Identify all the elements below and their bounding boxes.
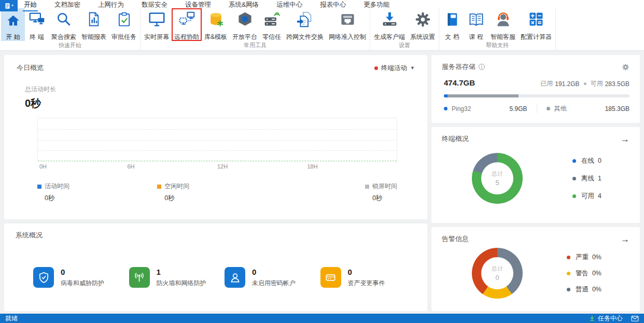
x-tick: 12H	[217, 163, 228, 170]
calculator-icon	[528, 10, 544, 29]
legend-value: 0%	[592, 254, 601, 261]
legend-value: 0秒	[164, 194, 277, 203]
storage-item-其他: 其他185.3GB	[537, 104, 630, 113]
dot-icon	[572, 159, 576, 163]
ribbon-item-home[interactable]: 开 始	[1, 8, 25, 41]
settings-icon	[415, 10, 431, 29]
menu-tab-系统&网络[interactable]: 系统&网络	[228, 0, 260, 10]
panel-title: 告警信息	[442, 234, 469, 244]
ribbon-item-remote[interactable]: 远程协助	[172, 8, 202, 41]
legend-label: 警告	[576, 269, 589, 278]
menu-tab-开始[interactable]: 开始	[23, 0, 38, 11]
legend-swatch-icon	[37, 185, 41, 189]
stat-label: 资产变更事件	[348, 279, 385, 288]
menu-tab-上网行为[interactable]: 上网行为	[97, 0, 125, 10]
info-icon[interactable]: i	[479, 64, 485, 70]
ribbon-item-label: 开放平台	[232, 33, 257, 40]
x-tick: 0H	[39, 163, 47, 170]
task-center-label: 任务中心	[598, 314, 623, 323]
ribbon-item-label: 远程协助	[174, 33, 199, 40]
donut-center-label: 总计	[492, 265, 503, 273]
ribbon-item-library[interactable]: 库&模板	[202, 8, 230, 41]
ribbon-item-doc[interactable]: 文 档	[440, 8, 464, 41]
task-center-button[interactable]: 任务中心	[589, 314, 623, 323]
chart-legend: 活动时间0秒空闲时间0秒锁屏时间0秒	[37, 182, 397, 203]
ribbon-item-label: 库&模板	[204, 33, 227, 40]
ribbon-item-label: 系统设置	[410, 33, 435, 40]
metric-value: 0秒	[25, 96, 415, 110]
legend-label: 在线	[581, 157, 594, 165]
panel-alerts: 告警信息 → 总计 0 严重0%警告0%普通0%	[431, 227, 640, 311]
message-envelope-icon[interactable]	[631, 316, 639, 321]
app-menu-button[interactable]: ▾	[0, 0, 18, 11]
status-ready: 就绪	[5, 314, 18, 323]
alerts-donut-chart: 总计 0	[472, 248, 523, 299]
ribbon-group-label: 帮助支持	[439, 41, 555, 50]
ribbon-item-zerotrust[interactable]: 零信任	[260, 8, 284, 41]
ribbon-item-course[interactable]: 课 程	[464, 8, 488, 41]
ribbon-item-search[interactable]: 聚合搜索	[49, 8, 79, 41]
ribbon-item-nac[interactable]: 网络准入控制	[326, 8, 369, 41]
chevron-down-icon: ▼	[410, 65, 415, 71]
menu-tab-报表中心[interactable]: 报表中心	[319, 0, 347, 10]
gear-icon[interactable]	[622, 63, 629, 71]
x-tick: 18H	[307, 163, 318, 170]
dot-icon	[567, 272, 570, 275]
app-logo-icon	[4, 3, 11, 9]
alerts-legend: 严重0%警告0%普通0%	[567, 253, 601, 294]
ribbon-item-platform[interactable]: 开放平台	[230, 8, 260, 41]
menu-tab-运维中心[interactable]: 运维中心	[275, 0, 303, 10]
terminal-icon	[29, 10, 46, 29]
service-icon	[495, 10, 511, 29]
donut-center-value: 5	[495, 179, 499, 187]
legend-item-活动时间: 活动时间0秒	[37, 182, 157, 203]
dot-icon	[567, 256, 570, 259]
ribbon-item-calculator[interactable]: 配置计算器	[518, 8, 554, 41]
status-bar: 就绪 任务中心	[0, 314, 644, 323]
ribbon-item-label: 智能客服	[491, 33, 515, 40]
ribbon-item-settings[interactable]: 系统设置	[408, 8, 438, 41]
stat-value: 1	[157, 268, 206, 276]
ribbon-item-label: 网络准入控制	[329, 33, 366, 40]
ribbon-item-terminal[interactable]: 终 端	[25, 8, 49, 41]
ribbon-item-approval[interactable]: 审批任务	[109, 8, 139, 41]
x-tick: 6H	[128, 163, 135, 170]
arrow-right-icon[interactable]: →	[621, 235, 629, 244]
platform-icon	[237, 10, 253, 29]
exchange-icon	[297, 10, 314, 29]
ribbon-item-label: 实时屏幕	[144, 33, 169, 40]
dot-icon	[572, 194, 576, 198]
arrow-right-icon[interactable]: →	[621, 135, 629, 144]
menu-tab-文档加密[interactable]: 文档加密	[53, 0, 81, 10]
donut-center-label: 总计	[492, 170, 503, 178]
dot-icon	[572, 177, 576, 180]
legend-label: 普通	[576, 285, 589, 294]
library-icon	[208, 10, 224, 29]
dot-icon	[444, 107, 447, 110]
ribbon-item-label: 终 端	[30, 33, 44, 40]
ribbon-item-service[interactable]: 智能客服	[488, 8, 518, 41]
storage-item-label: Ping32	[452, 105, 471, 113]
legend-swatch-icon	[365, 185, 369, 189]
terminal-activity-dropdown[interactable]: 终端活动 ▼	[374, 64, 415, 73]
ribbon-item-report[interactable]: 智能报表	[79, 8, 109, 41]
ribbon-item-screen[interactable]: 实时屏幕	[142, 8, 172, 41]
stat-label: 防火墙和网络防护	[157, 279, 206, 288]
menu-tab-设备管理[interactable]: 设备管理	[184, 0, 212, 10]
system-stat-asset: 0资产变更事件	[320, 267, 416, 288]
stat-value: 0	[61, 268, 104, 276]
remote-icon	[178, 10, 195, 29]
ribbon-item-label: 智能报表	[81, 33, 106, 40]
storage-bar-segment	[447, 94, 519, 97]
ribbon-group-items: 实时屏幕远程协助库&模板开放平台零信任跨网文件交换网络准入控制	[141, 8, 370, 41]
menu-tab-数据安全[interactable]: 数据安全	[141, 0, 169, 10]
ribbon-item-exchange[interactable]: 跨网文件交换	[284, 8, 326, 41]
ribbon-item-client[interactable]: 生成客户端	[371, 8, 408, 41]
storage-item-label: 其他	[554, 104, 567, 113]
menu-tab-更多功能[interactable]: 更多功能	[362, 0, 390, 10]
ribbon-group-items: 文 档课 程智能客服配置计算器	[439, 8, 555, 41]
ribbon-item-label: 课 程	[469, 33, 483, 40]
dropdown-label: 终端活动	[381, 64, 407, 73]
system-stats: 0病毒和威胁防护1防火墙和网络防护0未启用密码帐户0资产变更事件	[33, 267, 416, 288]
panel-title: 系统概况	[16, 231, 43, 240]
